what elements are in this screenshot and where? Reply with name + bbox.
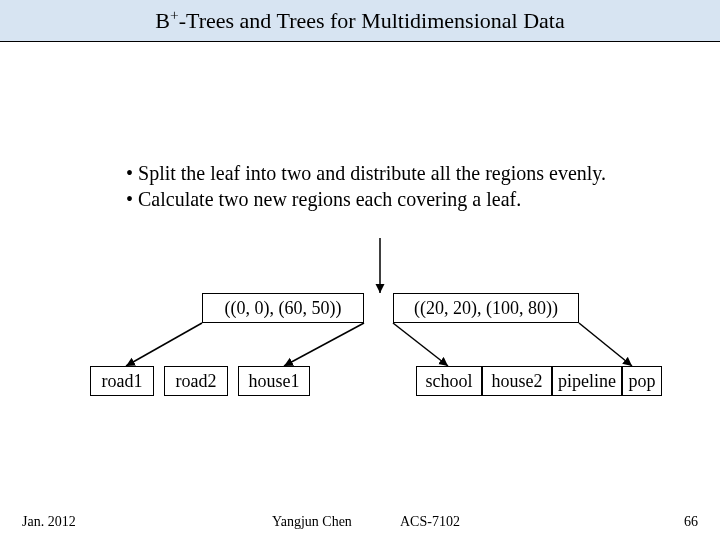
footer-date: Jan. 2012: [22, 514, 76, 530]
slide: B+-Trees and Trees for Multidimensional …: [0, 0, 720, 540]
page-title: B+-Trees and Trees for Multidimensional …: [155, 6, 564, 34]
leaf-left-1: road2: [164, 366, 228, 396]
footer-author: Yangjun Chen: [272, 514, 352, 530]
bullet-list: Split the leaf into two and distribute a…: [86, 160, 686, 212]
leaf-left-2: house1: [238, 366, 310, 396]
svg-line-2: [284, 323, 364, 366]
internal-key-1: ((20, 20), (100, 80)): [393, 293, 579, 323]
leaf-right-2: pipeline: [552, 366, 622, 396]
bullet-item: Split the leaf into two and distribute a…: [126, 160, 686, 186]
bullet-item: Calculate two new regions each covering …: [126, 186, 686, 212]
svg-line-1: [126, 323, 202, 366]
leaf-right-3: pop: [622, 366, 662, 396]
title-sup: +: [170, 6, 179, 23]
footer-course: ACS-7102: [400, 514, 460, 530]
svg-line-3: [393, 323, 448, 366]
title-pre: B: [155, 9, 170, 34]
leaf-right-0: school: [416, 366, 482, 396]
title-post: -Trees and Trees for Multidimensional Da…: [179, 9, 565, 34]
footer: Jan. 2012 Yangjun Chen ACS-7102 66: [0, 504, 720, 540]
title-bar: B+-Trees and Trees for Multidimensional …: [0, 0, 720, 42]
tree-arrows: [0, 0, 720, 540]
internal-key-0: ((0, 0), (60, 50)): [202, 293, 364, 323]
svg-line-4: [579, 323, 632, 366]
leaf-right-1: house2: [482, 366, 552, 396]
leaf-left-0: road1: [90, 366, 154, 396]
footer-page: 66: [684, 514, 698, 530]
